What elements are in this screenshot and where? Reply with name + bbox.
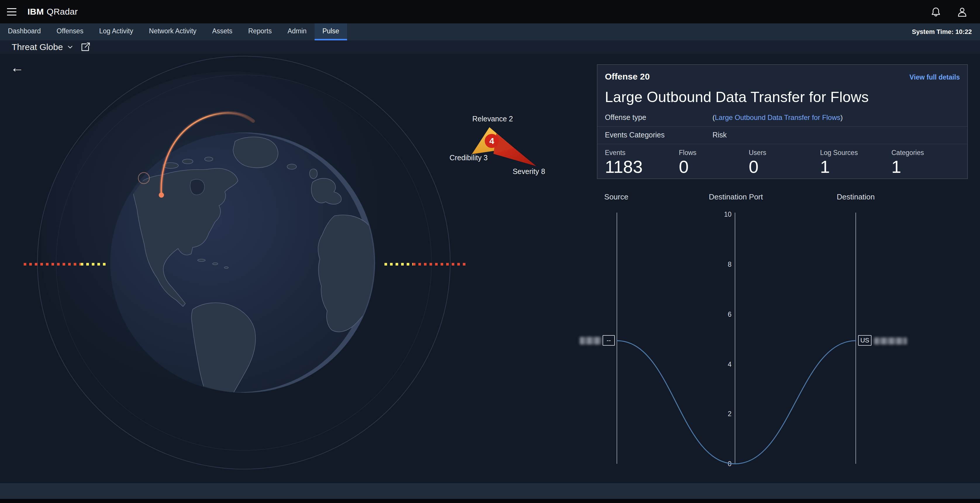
events-categories-label: Events Categories bbox=[605, 131, 713, 139]
stat-users: Users 0 bbox=[749, 149, 820, 177]
stat-events: Events 1183 bbox=[605, 149, 679, 177]
threat-dotline-right-yellow bbox=[385, 263, 413, 266]
tab-reports[interactable]: Reports bbox=[240, 23, 280, 40]
app-header: IBMQRadar bbox=[0, 0, 980, 23]
y-tick: 8 bbox=[728, 261, 732, 268]
tab-network-activity[interactable]: Network Activity bbox=[141, 23, 204, 40]
source-port-badge: -- bbox=[603, 335, 615, 345]
tab-pulse[interactable]: Pulse bbox=[315, 23, 347, 40]
stat-log-sources: Log Sources 1 bbox=[820, 149, 891, 177]
stat-value: 0 bbox=[749, 157, 820, 177]
menu-icon[interactable] bbox=[0, 0, 23, 23]
stat-label: Events bbox=[605, 149, 679, 157]
chevron-down-icon bbox=[66, 43, 74, 51]
view-full-details-link[interactable]: View full details bbox=[910, 73, 960, 81]
system-time: System Time: 10:22 bbox=[912, 23, 980, 40]
header-actions bbox=[927, 3, 980, 21]
flow-column-destination-port: Destination Port bbox=[692, 193, 780, 202]
back-arrow-button[interactable]: ← bbox=[11, 61, 24, 74]
paren-close: ) bbox=[840, 113, 843, 121]
offense-stats: Events 1183 Flows 0 Users 0 Log Sources … bbox=[605, 149, 960, 177]
y-tick: 4 bbox=[728, 361, 732, 368]
stat-value: 1183 bbox=[605, 157, 679, 177]
flow-column-source: Source bbox=[587, 193, 646, 202]
tab-log-activity[interactable]: Log Activity bbox=[91, 23, 141, 40]
masked-source-ip bbox=[580, 337, 601, 344]
bottom-status-bar bbox=[0, 483, 980, 499]
threat-dotline-left-yellow bbox=[81, 263, 107, 266]
flow-column-destination: Destination bbox=[824, 193, 888, 202]
risk-label: Risk bbox=[713, 131, 960, 139]
main-nav: Dashboard Offenses Log Activity Network … bbox=[0, 23, 980, 40]
dashboard-selector[interactable]: Threat Globe bbox=[12, 42, 74, 52]
flow-curve bbox=[617, 341, 856, 464]
destination-country-badge: US bbox=[858, 335, 872, 345]
brand-product: QRadar bbox=[47, 7, 78, 16]
globe-visualization[interactable] bbox=[33, 52, 454, 473]
stat-categories: Categories 1 bbox=[891, 149, 960, 177]
stat-label: Users bbox=[749, 149, 820, 157]
stat-flows: Flows 0 bbox=[679, 149, 749, 177]
stat-label: Log Sources bbox=[820, 149, 891, 157]
view-title: Threat Globe bbox=[12, 42, 63, 52]
offense-title: Large Outbound Data Transfer for Flows bbox=[605, 89, 960, 105]
bottom-edge bbox=[0, 499, 980, 503]
threat-dotline-right-red bbox=[413, 263, 466, 266]
masked-destination-ip bbox=[874, 337, 907, 344]
stat-value: 0 bbox=[679, 157, 749, 177]
tab-dashboard[interactable]: Dashboard bbox=[0, 23, 49, 40]
magnitude-gauge bbox=[450, 112, 555, 180]
stat-label: Flows bbox=[679, 149, 749, 157]
stat-value: 1 bbox=[891, 157, 960, 177]
app-title: IBMQRadar bbox=[27, 7, 78, 17]
card-divider bbox=[597, 144, 967, 144]
gauge-magnitude-value: 4 bbox=[483, 136, 501, 146]
y-tick: 6 bbox=[728, 310, 732, 318]
open-new-window-icon[interactable] bbox=[80, 42, 90, 52]
threat-globe-canvas: ← bbox=[0, 54, 980, 483]
card-divider bbox=[597, 126, 967, 127]
y-tick: 2 bbox=[728, 410, 732, 418]
offense-type-value: (Large Outbound Data Transfer for Flows) bbox=[713, 113, 960, 122]
brand-ibm: IBM bbox=[27, 7, 44, 16]
threat-dotline-left-red bbox=[24, 263, 81, 266]
y-tick: 10 bbox=[724, 210, 732, 218]
offense-summary-card: Offense 20 View full details Large Outbo… bbox=[597, 64, 968, 179]
stat-label: Categories bbox=[891, 149, 960, 157]
tab-admin[interactable]: Admin bbox=[280, 23, 314, 40]
user-avatar-icon[interactable] bbox=[953, 3, 971, 21]
tab-offenses[interactable]: Offenses bbox=[49, 23, 92, 40]
offense-heading: Offense 20 bbox=[605, 72, 650, 81]
offense-type-label: Offense type bbox=[605, 113, 713, 122]
offense-type-link[interactable]: Large Outbound Data Transfer for Flows bbox=[715, 113, 840, 121]
stat-value: 1 bbox=[820, 157, 891, 177]
paren-open: ( bbox=[713, 113, 715, 121]
notifications-bell-icon[interactable] bbox=[927, 3, 945, 21]
attack-target-marker bbox=[159, 193, 164, 198]
tab-assets[interactable]: Assets bbox=[204, 23, 240, 40]
